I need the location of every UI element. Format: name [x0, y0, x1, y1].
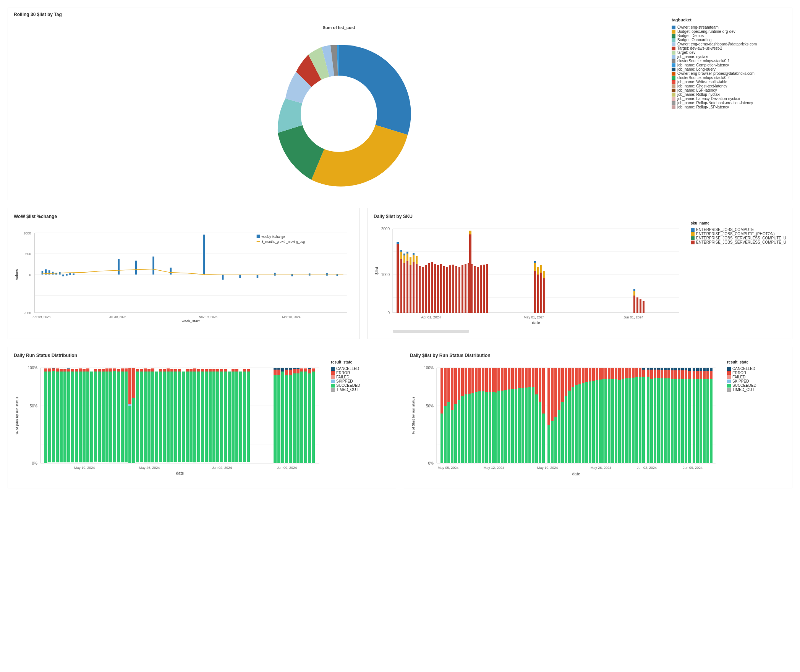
run-status-legend-item: TIMED_OUT [331, 388, 360, 392]
daily-list-run-panel: Daily $list by Run Status Distribution 1… [404, 347, 792, 488]
svg-rect-168 [102, 369, 105, 372]
svg-text:100%: 100% [28, 366, 37, 370]
svg-text:50%: 50% [426, 404, 434, 408]
legend-label: CANCELLED [336, 367, 359, 371]
svg-rect-165 [98, 372, 101, 462]
daily-run-status-title: Daily Run Status Distribution [14, 353, 390, 358]
svg-rect-81 [540, 265, 542, 273]
svg-rect-322 [700, 379, 702, 463]
legend-label: Owner: eng-demo-dashboard@databricks.com [677, 42, 757, 46]
sku-legend-items: ENTERPRISE_JOBS_COMPUTEENTERPRISE_JOBS_C… [691, 228, 786, 244]
legend-label: job_name: Rollup-Notebook-creation-laten… [677, 101, 753, 105]
legend-color-swatch [672, 34, 675, 38]
legend-label: Owner: eng-streamteam [677, 25, 719, 29]
donut-legend-item: job_name: Write-results-table [672, 80, 779, 84]
donut-chart-svg [240, 34, 438, 194]
svg-rect-112 [480, 265, 482, 313]
svg-rect-183 [140, 372, 143, 462]
svg-rect-97 [434, 264, 436, 313]
svg-text:Jun 02, 2024: Jun 02, 2024 [637, 466, 657, 470]
legend-sq [727, 367, 731, 371]
daily-sku-svg: 2000 1000 0 Apr 01, 2024 May 01, 2024 Ju… [374, 221, 687, 328]
chart-scrollbar[interactable] [393, 330, 469, 333]
run-status-legend-item: CANCELLED [331, 367, 360, 371]
legend-color-swatch [672, 89, 675, 92]
svg-rect-359 [532, 368, 534, 387]
svg-rect-209 [193, 372, 196, 462]
svg-text:date: date [572, 472, 580, 476]
svg-text:$list: $list [375, 267, 379, 275]
svg-rect-197 [167, 368, 170, 372]
svg-rect-155 [75, 369, 78, 372]
svg-rect-210 [193, 368, 196, 372]
svg-rect-455 [706, 371, 709, 379]
svg-rect-348 [511, 389, 514, 463]
svg-rect-161 [86, 368, 89, 372]
svg-rect-287 [447, 402, 450, 463]
svg-rect-289 [451, 410, 453, 463]
svg-rect-184 [140, 369, 143, 372]
svg-rect-79 [537, 267, 539, 275]
svg-rect-372 [561, 402, 564, 463]
svg-rect-413 [639, 368, 641, 377]
svg-rect-426 [661, 378, 663, 463]
svg-rect-60 [397, 242, 399, 244]
svg-rect-231 [235, 369, 238, 372]
daily-list-run-title: Daily $list by Run Status Distribution [410, 353, 786, 358]
svg-text:1000: 1000 [381, 273, 390, 277]
svg-text:Jun 01, 2024: Jun 01, 2024 [623, 315, 643, 319]
svg-rect-28 [118, 259, 120, 275]
svg-rect-258 [300, 372, 303, 463]
svg-text:May 26, 2024: May 26, 2024 [139, 466, 160, 470]
svg-rect-402 [618, 380, 621, 463]
donut-legend-item: job_name: Rollup-nyctaxi [672, 92, 779, 97]
svg-rect-424 [661, 368, 663, 370]
svg-rect-177 [121, 372, 124, 462]
svg-rect-349 [515, 368, 517, 389]
svg-rect-236 [247, 369, 250, 372]
legend-color-swatch [672, 76, 675, 80]
legend-color-swatch [672, 59, 675, 63]
svg-rect-106 [462, 265, 463, 313]
legend-color-swatch [672, 38, 675, 42]
svg-rect-226 [224, 369, 227, 372]
svg-rect-200 [174, 372, 177, 462]
svg-rect-95 [428, 263, 430, 313]
legend-color-swatch [672, 84, 675, 88]
svg-rect-241 [277, 370, 280, 375]
svg-rect-175 [117, 372, 120, 462]
svg-rect-445 [685, 368, 687, 370]
legend-color-swatch [672, 51, 675, 55]
svg-rect-227 [228, 372, 231, 462]
legend-sq [331, 375, 335, 379]
svg-text:date: date [532, 321, 540, 325]
svg-text:May 05, 2024: May 05, 2024 [438, 466, 459, 470]
legend-label: ERROR [336, 371, 350, 375]
svg-rect-148 [128, 406, 131, 463]
svg-rect-140 [60, 372, 63, 462]
svg-rect-299 [497, 391, 500, 463]
svg-rect-354 [521, 388, 524, 463]
legend-label: TIMED_OUT [336, 388, 358, 392]
svg-rect-427 [664, 368, 667, 370]
svg-rect-313 [650, 379, 653, 463]
svg-rect-374 [565, 396, 567, 463]
svg-rect-199 [170, 369, 173, 372]
legend-color-swatch [672, 93, 675, 97]
svg-text:Jul 30, 2023: Jul 30, 2023 [109, 315, 126, 319]
svg-rect-158 [83, 372, 86, 462]
svg-rect-150 [132, 368, 135, 398]
svg-rect-282 [440, 368, 443, 414]
svg-rect-390 [592, 381, 595, 463]
svg-rect-94 [425, 265, 427, 313]
svg-rect-201 [174, 369, 177, 372]
svg-rect-100 [443, 266, 445, 313]
svg-rect-350 [515, 389, 517, 463]
svg-rect-318 [696, 371, 699, 379]
svg-rect-230 [235, 372, 238, 462]
run-status-legend-item: ERROR [331, 371, 360, 375]
svg-text:Jun 09, 2024: Jun 09, 2024 [683, 466, 703, 470]
svg-text:0: 0 [29, 273, 31, 277]
svg-rect-405 [625, 368, 628, 378]
svg-rect-145 [67, 369, 70, 372]
